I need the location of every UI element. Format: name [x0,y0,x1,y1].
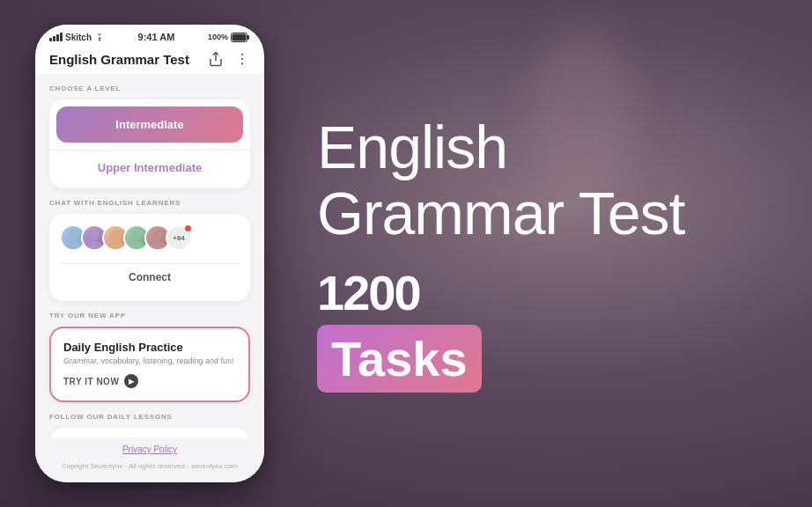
upper-intermediate-button[interactable]: Upper Intermediate [49,150,250,188]
app-title: English Grammar Test [49,52,189,67]
battery-percent: 100% [208,33,228,41]
svg-point-5 [241,54,243,55]
carrier-text: Skitch [65,33,92,42]
phone-footer: Privacy Policy Copright Sevenlynx - All … [35,437,264,482]
svg-point-14 [131,230,142,240]
svg-point-9 [65,241,81,249]
tasks-section: 1200 Tasks [317,264,777,393]
app-promo-title: Daily English Practice [63,341,236,354]
svg-point-16 [152,230,163,240]
signal-bar-4 [60,33,63,41]
signal-bars [49,33,63,41]
tasks-label: Tasks [317,325,482,393]
title-line-2: Grammar Test [317,180,684,246]
status-right: 100% [208,33,250,42]
status-time: 9:41 AM [138,32,175,42]
svg-point-8 [68,230,78,240]
tasks-badge-wrapper: Tasks [317,321,777,393]
social-card [49,428,250,437]
svg-rect-3 [232,33,246,40]
content-wrapper: Skitch 9:41 AM 100% English Grammar Test [0,0,812,507]
notification-dot [185,225,191,231]
app-promo-subtitle: Grammar, vocabulary, listening, reading … [63,356,236,365]
signal-bar-3 [56,34,59,41]
svg-point-17 [150,241,166,249]
battery-icon [231,33,250,42]
svg-point-15 [129,241,144,249]
title-line-1: English [317,114,507,180]
tasks-number: 1200 [317,264,420,321]
privacy-policy-link[interactable]: Privacy Policy [49,445,250,454]
svg-point-11 [86,241,102,249]
social-section-label: FOLLOW OUR DAILY LESSONS [49,413,250,421]
new-app-section-label: TRY OUR NEW APP [49,312,250,320]
number-line: 1200 [317,264,777,321]
menu-dots-icon[interactable] [234,51,250,67]
right-content: English Grammar Test 1200 Tasks [299,114,777,393]
svg-point-13 [107,241,123,249]
phone-content: CHOOSE A LEVEL Intermediate Upper Interm… [35,74,264,437]
share-icon[interactable] [208,51,224,67]
wifi-icon [94,33,105,41]
avatar-count: +84 [166,224,192,251]
chat-section-label: CHAT WITH ENGLISH LEARNERS [49,199,250,207]
try-button-arrow: ▶ [124,374,138,388]
status-left: Skitch [49,33,105,42]
phone-mockup: Skitch 9:41 AM 100% English Grammar Test [35,25,264,482]
svg-rect-2 [247,35,249,40]
svg-point-12 [110,230,121,240]
intermediate-button[interactable]: Intermediate [56,107,243,143]
svg-point-10 [89,230,100,240]
chat-card: +84 Connect [49,214,250,301]
main-title: English Grammar Test [317,114,777,246]
avatars-row: +84 [60,224,240,251]
signal-bar-1 [49,38,52,41]
svg-point-6 [241,58,243,60]
svg-point-7 [241,62,243,64]
svg-point-0 [99,40,100,41]
signal-bar-2 [53,36,55,41]
try-it-now-button[interactable]: TRY IT NOW ▶ [63,374,138,388]
app-promo-card: Daily English Practice Grammar, vocabula… [49,327,250,402]
app-header: English Grammar Test [35,46,264,74]
level-section-label: CHOOSE A LEVEL [49,84,250,92]
copyright-text: Copright Sevenlynx - All rights reserved… [62,462,238,470]
status-bar: Skitch 9:41 AM 100% [35,25,264,46]
connect-button[interactable]: Connect [60,263,240,290]
level-card: Intermediate Upper Intermediate [49,99,250,188]
header-icons [208,51,250,67]
